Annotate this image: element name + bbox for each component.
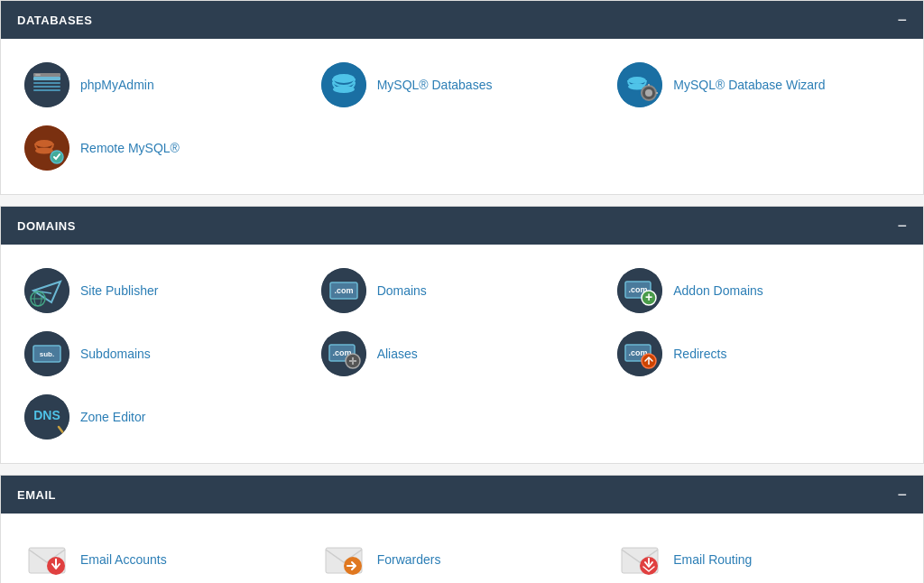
item-zone-editor[interactable]: DNS Zone Editor <box>17 385 314 449</box>
aliases-icon: .com <box>321 331 366 376</box>
mysql-wizard-label: MySQL® Database Wizard <box>673 78 825 92</box>
email-body: Email Accounts Forwarders <box>1 514 923 583</box>
mysql-databases-label: MySQL® Databases <box>377 78 493 92</box>
svg-rect-0 <box>24 62 69 107</box>
redirects-label: Redirects <box>673 347 726 361</box>
forwarders-icon <box>321 537 366 582</box>
item-email-routing[interactable]: Email Routing <box>610 528 907 583</box>
domains-icon: .com <box>321 268 366 313</box>
site-publisher-label: Site Publisher <box>80 283 158 298</box>
svg-point-14 <box>645 89 652 97</box>
domains-title: DOMAINS <box>17 219 76 233</box>
domains-label: Domains <box>377 283 427 298</box>
svg-point-11 <box>628 77 646 84</box>
item-addon-domains[interactable]: .com + Addon Domains <box>610 259 907 322</box>
domains-header[interactable]: DOMAINS − <box>1 207 923 245</box>
item-site-publisher[interactable]: Site Publisher <box>17 259 314 322</box>
aliases-label: Aliases <box>377 347 418 361</box>
site-publisher-icon <box>24 268 69 313</box>
svg-text:+: + <box>645 290 652 304</box>
zone-editor-icon: DNS <box>24 394 69 440</box>
databases-header[interactable]: DATABASES − <box>1 1 923 39</box>
email-accounts-label: Email Accounts <box>80 552 167 567</box>
svg-point-19 <box>35 148 53 154</box>
svg-point-8 <box>333 74 355 83</box>
addon-domains-icon: .com + <box>617 268 662 313</box>
forwarders-label: Forwarders <box>377 552 441 567</box>
addon-domains-label: Addon Domains <box>673 283 763 298</box>
svg-point-9 <box>333 86 355 93</box>
item-mysql-databases[interactable]: MySQL® Databases <box>314 53 611 116</box>
item-redirects[interactable]: .com Redirects <box>610 322 907 385</box>
domains-body: Site Publisher .com Domains .com <box>1 245 923 463</box>
domains-collapse-icon: − <box>897 217 907 234</box>
mysql-wizard-icon <box>617 62 662 107</box>
svg-rect-6 <box>35 74 41 76</box>
item-aliases[interactable]: .com Aliases <box>314 322 611 385</box>
zone-editor-label: Zone Editor <box>80 410 145 424</box>
databases-title: DATABASES <box>17 14 92 27</box>
email-collapse-icon: − <box>897 486 907 503</box>
phpmyadmin-label: phpMyAdmin <box>80 78 154 92</box>
redirects-icon: .com <box>617 331 662 376</box>
email-header[interactable]: EMAIL − <box>1 476 923 514</box>
item-remote-mysql[interactable]: Remote MySQL® <box>17 116 314 180</box>
svg-rect-1 <box>33 77 60 80</box>
svg-text:.com: .com <box>334 286 353 295</box>
subdomains-label: Subdomains <box>80 347 151 361</box>
databases-collapse-icon: − <box>897 12 907 28</box>
item-subdomains[interactable]: sub. Subdomains <box>17 322 314 385</box>
subdomains-icon: sub. <box>24 331 69 376</box>
item-domains[interactable]: .com Domains <box>314 259 611 322</box>
phpmyadmin-icon <box>24 62 69 107</box>
email-section: EMAIL − Email Accounts <box>0 475 924 583</box>
item-phpmyadmin[interactable]: phpMyAdmin <box>17 53 314 116</box>
svg-rect-3 <box>33 86 60 88</box>
databases-body: phpMyAdmin MySQL® Databases <box>1 39 923 194</box>
email-routing-label: Email Routing <box>673 552 752 567</box>
item-forwarders[interactable]: Forwarders <box>314 528 611 583</box>
remote-mysql-label: Remote MySQL® <box>80 141 180 155</box>
svg-text:DNS: DNS <box>33 408 60 422</box>
svg-rect-4 <box>33 89 60 91</box>
item-email-accounts[interactable]: Email Accounts <box>17 528 314 583</box>
remote-mysql-icon <box>24 125 69 171</box>
email-routing-icon <box>617 537 662 582</box>
email-accounts-icon <box>24 537 69 582</box>
databases-section: DATABASES − phpMyAdmin <box>0 0 924 195</box>
item-mysql-wizard[interactable]: MySQL® Database Wizard <box>610 53 907 116</box>
domains-section: DOMAINS − Site Publisher <box>0 206 924 464</box>
email-title: EMAIL <box>17 488 56 502</box>
svg-rect-2 <box>33 82 60 84</box>
svg-text:sub.: sub. <box>40 350 54 358</box>
svg-rect-21 <box>24 268 69 313</box>
mysql-databases-icon <box>321 62 366 107</box>
svg-point-18 <box>35 140 53 147</box>
